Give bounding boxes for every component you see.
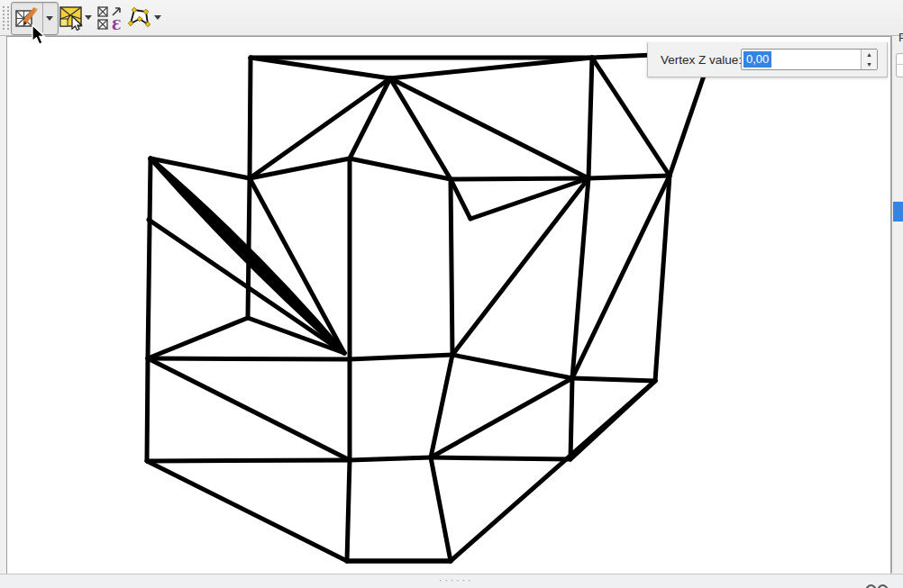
mesh-layer (7, 37, 889, 573)
application-window: { "toolbar": { "buttons": [ {"label": "E… (0, 0, 903, 588)
vertex-z-spinbox[interactable]: 0,00 ▲ ▼ (741, 49, 878, 70)
vertex-z-label: Vertex Z value: (661, 42, 742, 77)
mesh-transform-epsilon-icon: Ɛ (97, 6, 124, 32)
split-button-separator (42, 3, 43, 32)
mesh-digitizing-toolbar: Ɛ (0, 0, 903, 36)
toolbar-drag-handle[interactable] (3, 6, 9, 30)
right-panel-title: P (898, 31, 903, 44)
map-canvas[interactable]: Vertex Z value: 0,00 ▲ ▼ (6, 36, 891, 574)
mesh-edit-pencil-icon (15, 7, 39, 31)
vertex-z-panel: Vertex Z value: 0,00 ▲ ▼ (647, 42, 888, 77)
panel-resize-handle[interactable]: ······ (438, 576, 473, 585)
spin-down-button[interactable]: ▼ (862, 59, 877, 69)
right-panel-selection[interactable] (893, 202, 903, 222)
edit-mesh-dropdown-arrow[interactable] (46, 16, 53, 21)
mesh-polygon-icon (127, 6, 151, 31)
right-panel-frame-edge (896, 64, 903, 65)
mesh-select-cursor-icon (59, 6, 84, 31)
spin-up-button[interactable]: ▲ (862, 50, 877, 59)
right-dock-panel-sliver: P (891, 36, 903, 573)
select-mesh-elements-button[interactable] (59, 2, 83, 33)
vertex-z-value[interactable]: 0,00 (743, 51, 771, 68)
spin-buttons: ▲ ▼ (861, 50, 877, 69)
force-by-polygon-button[interactable] (126, 2, 151, 33)
right-panel-button[interactable] (896, 53, 903, 77)
status-icon-circle-1[interactable] (865, 584, 877, 588)
status-bar: ······ (0, 574, 903, 588)
svg-text:Ɛ: Ɛ (112, 17, 122, 32)
status-icon-circle-2[interactable] (877, 584, 889, 588)
select-mesh-dropdown-arrow[interactable] (85, 15, 92, 20)
edit-mesh-button[interactable] (11, 2, 59, 35)
force-by-polygon-dropdown-arrow[interactable] (154, 15, 161, 20)
transform-mesh-vertices-button[interactable]: Ɛ (96, 2, 124, 33)
